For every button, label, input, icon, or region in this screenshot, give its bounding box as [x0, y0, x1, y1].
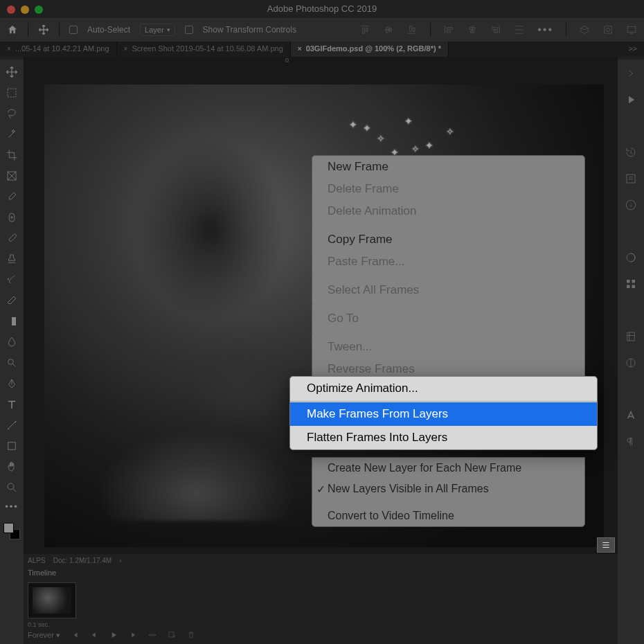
- timeline-controls: Forever ▾: [28, 630, 196, 640]
- svg-rect-0: [605, 26, 612, 34]
- play-icon[interactable]: [109, 630, 118, 640]
- new-frame-icon[interactable]: [167, 630, 177, 640]
- prev-frame-icon[interactable]: [89, 630, 99, 640]
- play-icon[interactable]: [624, 93, 638, 107]
- align-right-icon[interactable]: [490, 24, 501, 35]
- menu-item[interactable]: Create New Layer for Each New Frame: [312, 458, 584, 478]
- stamp-tool-icon[interactable]: [5, 252, 19, 266]
- status-left: ALPS: [28, 557, 46, 564]
- shape-tool-icon[interactable]: [5, 439, 19, 453]
- align-left-icon[interactable]: [443, 24, 454, 35]
- document-tabs: ×...05-14 at 10.42.21 AM.png ×Screen Sho…: [0, 42, 644, 57]
- document-tab[interactable]: ×Screen Shot 2019-05-14 at 10.56.08 AM.p…: [117, 42, 291, 57]
- align-hcenter-icon[interactable]: [467, 24, 478, 35]
- ruler-marker: 0: [285, 57, 289, 64]
- menu-item-make-frames[interactable]: Make Frames From Layers: [290, 402, 597, 426]
- timeline-flyout-button[interactable]: [597, 537, 615, 553]
- document-tab[interactable]: ×...05-14 at 10.42.21 AM.png: [0, 42, 117, 57]
- foreground-background-colors[interactable]: [3, 523, 20, 539]
- document-tab[interactable]: ×03GIFdemo.psd @ 100% (2, RGB/8*) *: [291, 42, 449, 57]
- history-panel-icon[interactable]: [624, 145, 638, 159]
- loop-dropdown[interactable]: Forever ▾: [28, 631, 60, 640]
- align-vcenter-icon[interactable]: [383, 24, 394, 35]
- menu-item[interactable]: New Layers Visible in All Frames: [312, 478, 584, 499]
- close-icon[interactable]: ×: [298, 45, 302, 53]
- brush-tool-icon[interactable]: [5, 231, 19, 245]
- distribute-icon[interactable]: [514, 24, 525, 35]
- align-bottom-icon[interactable]: [406, 24, 418, 35]
- fullscreen-window-icon[interactable]: [35, 6, 43, 14]
- tab-overflow[interactable]: >>: [621, 42, 644, 57]
- home-icon[interactable]: [7, 24, 18, 35]
- close-window-icon[interactable]: [7, 6, 15, 14]
- expand-panels-icon[interactable]: [624, 66, 638, 80]
- align-top-icon[interactable]: [359, 24, 370, 35]
- svg-rect-2: [627, 26, 636, 32]
- edit-toolbar-icon[interactable]: •••: [5, 501, 19, 512]
- wand-tool-icon[interactable]: [5, 127, 19, 141]
- gradient-tool-icon[interactable]: [5, 314, 19, 328]
- minimize-window-icon[interactable]: [21, 6, 29, 14]
- path-tool-icon[interactable]: [5, 418, 19, 432]
- menu-separator: [312, 304, 313, 305]
- menu-item[interactable]: Convert to Video Timeline: [312, 506, 584, 526]
- hand-tool-icon[interactable]: [5, 460, 19, 474]
- zoom-tool-icon[interactable]: [5, 481, 19, 494]
- move-tool-icon: [38, 24, 49, 35]
- auto-select-label: Auto-Select: [87, 25, 130, 35]
- flyout-menu-lower: Create New Layer for Each New Frame New …: [312, 457, 585, 527]
- menu-item: Delete Animation: [312, 200, 584, 222]
- eyedropper-tool-icon[interactable]: [5, 190, 19, 204]
- menu-separator: [290, 401, 597, 402]
- adjustments-panel-icon[interactable]: [624, 356, 638, 370]
- auto-select-checkbox[interactable]: [69, 26, 78, 34]
- window-controls[interactable]: [7, 6, 43, 14]
- next-frame-icon[interactable]: [128, 630, 138, 640]
- quickmask-icon[interactable]: [602, 24, 614, 35]
- frame-thumbnail[interactable]: [28, 582, 76, 618]
- healing-tool-icon[interactable]: [5, 211, 19, 224]
- menu-item-optimize[interactable]: Optimize Animation...: [290, 377, 597, 400]
- toolbox: •••: [0, 60, 24, 644]
- frame-tool-icon[interactable]: [5, 169, 19, 183]
- close-icon[interactable]: ×: [7, 45, 11, 53]
- frame-delay[interactable]: 0.1 sec.: [24, 620, 618, 629]
- type-tool-icon[interactable]: [5, 397, 19, 411]
- eraser-tool-icon[interactable]: [5, 294, 19, 307]
- history-brush-tool-icon[interactable]: [5, 273, 19, 287]
- more-options-icon[interactable]: •••: [537, 24, 553, 36]
- menu-item[interactable]: New Frame: [312, 156, 584, 178]
- menu-item-flatten-frames[interactable]: Flatten Frames Into Layers: [290, 426, 597, 449]
- swatches-panel-icon[interactable]: [624, 277, 638, 291]
- first-frame-icon[interactable]: [70, 630, 80, 640]
- timeline-label: Timeline: [24, 567, 618, 581]
- marquee-tool-icon[interactable]: [5, 86, 19, 100]
- menu-item[interactable]: Copy Frame: [312, 229, 584, 251]
- lasso-tool-icon[interactable]: [5, 107, 19, 120]
- paragraph-panel-icon[interactable]: [624, 435, 638, 449]
- menu-item: Select All Frames: [312, 279, 584, 301]
- screenmode-icon[interactable]: [626, 24, 637, 35]
- delete-frame-icon[interactable]: [186, 630, 196, 640]
- move-tool-icon[interactable]: [5, 65, 19, 79]
- svg-rect-11: [627, 175, 635, 183]
- character-panel-icon[interactable]: [624, 409, 638, 422]
- pen-tool-icon[interactable]: [5, 377, 19, 391]
- menu-separator: [312, 276, 313, 276]
- layer-dropdown[interactable]: Layer ▾: [140, 24, 175, 36]
- show-transform-checkbox[interactable]: [185, 26, 193, 34]
- blur-tool-icon[interactable]: [5, 335, 19, 349]
- timeline-panel: ALPS Doc: 1.2M/1.17.4M › Timeline 0.1 se…: [24, 554, 618, 644]
- info-panel-icon[interactable]: [624, 198, 638, 212]
- properties-panel-icon[interactable]: [624, 172, 638, 186]
- libraries-panel-icon[interactable]: [624, 330, 638, 343]
- color-panel-icon[interactable]: [624, 251, 638, 265]
- dodge-tool-icon[interactable]: [5, 356, 19, 370]
- crop-tool-icon[interactable]: [5, 148, 19, 162]
- close-icon[interactable]: ×: [124, 45, 128, 53]
- 3d-mode-icon[interactable]: [579, 24, 590, 35]
- menu-item: Go To: [312, 307, 584, 330]
- menu-item: Tween...: [312, 336, 584, 358]
- svg-point-8: [8, 359, 14, 365]
- tween-icon[interactable]: [147, 630, 157, 640]
